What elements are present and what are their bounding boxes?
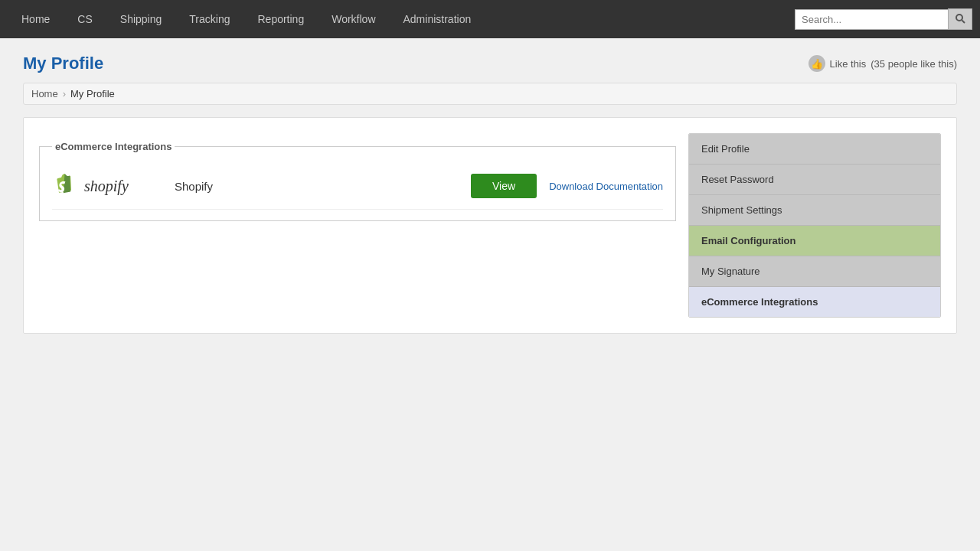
profile-sidebar-menu: Edit Profile Reset Password Shipment Set… (688, 133, 941, 318)
section-title: eCommerce Integrations (52, 141, 175, 152)
shopify-integration-row: shopify Shopify View Download Documentat… (52, 163, 663, 210)
breadcrumb-separator: › (63, 88, 66, 99)
sidebar-my-signature[interactable]: My Signature (689, 256, 940, 287)
shopify-logo-area: shopify (52, 172, 144, 200)
like-section: 👍 Like this (35 people like this) (808, 55, 957, 72)
sidebar-ecommerce-integrations[interactable]: eCommerce Integrations (689, 287, 940, 317)
nav-workflow[interactable]: Workflow (318, 0, 389, 38)
nav-home[interactable]: Home (8, 0, 64, 38)
svg-point-0 (956, 15, 962, 21)
nav-reporting[interactable]: Reporting (243, 0, 318, 38)
nav-cs[interactable]: CS (64, 0, 106, 38)
page-header: My Profile 👍 Like this (35 people like t… (23, 54, 957, 73)
navbar: Home CS Shipping Tracking Reporting Work… (0, 0, 980, 38)
ecommerce-section: eCommerce Integrations shopify Shopify V… (39, 141, 676, 221)
search-input[interactable] (795, 9, 948, 30)
download-documentation-link[interactable]: Download Documentation (549, 181, 663, 192)
breadcrumb-current: My Profile (70, 88, 115, 99)
shopify-text-logo: shopify (84, 178, 129, 195)
nav-administration[interactable]: Administration (390, 0, 485, 38)
nav-tracking[interactable]: Tracking (175, 0, 243, 38)
like-icon[interactable]: 👍 (808, 55, 825, 72)
search-icon (955, 13, 965, 24)
shopify-name: Shopify (144, 180, 471, 193)
like-count: (35 people like this) (871, 58, 957, 70)
shopify-logo-icon (52, 172, 80, 200)
search-button[interactable] (948, 8, 972, 30)
page-title: My Profile (23, 54, 103, 73)
sidebar-reset-password[interactable]: Reset Password (689, 165, 940, 195)
content-area: eCommerce Integrations shopify Shopify V… (23, 117, 957, 334)
view-button[interactable]: View (471, 174, 537, 198)
left-panel: eCommerce Integrations shopify Shopify V… (39, 133, 676, 318)
search-area (795, 8, 972, 30)
sidebar-shipment-settings[interactable]: Shipment Settings (689, 195, 940, 226)
svg-line-1 (962, 21, 965, 24)
breadcrumb-home[interactable]: Home (31, 88, 58, 99)
sidebar-email-configuration[interactable]: Email Configuration (689, 226, 940, 256)
breadcrumb: Home › My Profile (23, 83, 957, 105)
page-wrapper: My Profile 👍 Like this (35 people like t… (8, 38, 972, 334)
sidebar-edit-profile[interactable]: Edit Profile (689, 134, 940, 165)
nav-shipping[interactable]: Shipping (106, 0, 176, 38)
right-sidebar: Edit Profile Reset Password Shipment Set… (688, 133, 941, 318)
like-text: Like this (830, 58, 867, 70)
